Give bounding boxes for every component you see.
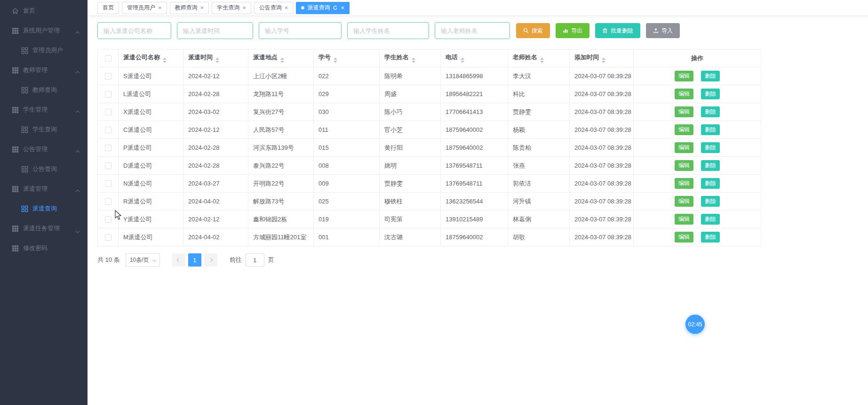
- column-header-dispatch-time[interactable]: 派遣时间: [183, 49, 248, 67]
- row-checkbox[interactable]: [105, 109, 111, 115]
- delete-button[interactable]: 删除: [701, 196, 720, 207]
- sidebar-item-student-mgmt[interactable]: 学生管理: [0, 100, 88, 120]
- select-all-checkbox[interactable]: [105, 55, 111, 62]
- grid-icon: [12, 27, 19, 34]
- delete-button[interactable]: 删除: [701, 106, 720, 117]
- edit-button[interactable]: 编辑: [675, 196, 693, 207]
- sidebar-item-dispatch-query[interactable]: 派遣查询: [0, 199, 88, 219]
- refresh-icon[interactable]: [333, 5, 338, 10]
- delete-button[interactable]: 删除: [701, 71, 720, 81]
- sidebar-item-home[interactable]: 首页: [0, 1, 88, 21]
- row-checkbox[interactable]: [105, 216, 111, 223]
- sidebar-item-label: 教师查询: [32, 86, 57, 94]
- row-checkbox[interactable]: [105, 162, 111, 169]
- search-button[interactable]: 搜索: [516, 23, 550, 38]
- delete-button[interactable]: 删除: [701, 89, 720, 99]
- sidebar-item-notice-query[interactable]: 公告查询: [0, 159, 88, 179]
- sort-icon[interactable]: [334, 57, 337, 63]
- edit-button[interactable]: 编辑: [675, 71, 693, 81]
- edit-button[interactable]: 编辑: [675, 232, 693, 243]
- column-header-company[interactable]: 派遣公司名称: [119, 49, 183, 67]
- delete-button[interactable]: 删除: [701, 214, 720, 225]
- edit-button[interactable]: 编辑: [675, 142, 693, 153]
- row-checkbox[interactable]: [105, 73, 111, 80]
- sidebar-item-notice-mgmt[interactable]: 公告管理: [0, 139, 88, 159]
- sidebar-item-dispatch-task-mgmt[interactable]: 派遣任务管理: [0, 219, 88, 238]
- sort-icon[interactable]: [461, 57, 464, 63]
- sort-icon[interactable]: [540, 57, 544, 63]
- submenu-icon: [21, 126, 28, 133]
- edit-button[interactable]: 编辑: [675, 124, 693, 135]
- teacher-name-filter-input[interactable]: [435, 22, 510, 39]
- tab-notice-query[interactable]: 公告查询 ×: [254, 2, 294, 14]
- export-button[interactable]: 导出: [556, 23, 589, 38]
- page-size-select[interactable]: 10条/页: [126, 253, 160, 267]
- tab-admin-users[interactable]: 管理员用户 ×: [122, 2, 167, 14]
- dispatch-time-filter-input[interactable]: [177, 22, 253, 39]
- student-no-filter-input[interactable]: [259, 22, 342, 39]
- sidebar-item-student-query[interactable]: 学生查询: [0, 120, 88, 139]
- tab-home[interactable]: 首页: [97, 2, 119, 14]
- column-header-address[interactable]: 派遣地点: [248, 49, 314, 67]
- tab-student-query[interactable]: 学生查询 ×: [212, 2, 251, 14]
- cell-student-name: 陈明希: [380, 67, 441, 85]
- prev-page-button[interactable]: [172, 253, 185, 267]
- company-filter-input[interactable]: [97, 22, 171, 39]
- timer-bubble[interactable]: 02:45: [685, 315, 705, 334]
- close-icon[interactable]: ×: [242, 5, 246, 11]
- sidebar-item-teacher-query[interactable]: 教师查询: [0, 80, 88, 100]
- home-icon: [12, 8, 19, 15]
- edit-button[interactable]: 编辑: [675, 106, 693, 117]
- sort-icon[interactable]: [215, 57, 219, 63]
- edit-button[interactable]: 编辑: [675, 89, 693, 99]
- delete-button[interactable]: 删除: [701, 124, 720, 135]
- close-icon[interactable]: ×: [158, 5, 162, 11]
- next-page-button[interactable]: [204, 253, 217, 267]
- row-checkbox[interactable]: [105, 91, 111, 97]
- cell-added-time: 2024-03-07 08:39:28: [570, 228, 634, 246]
- chevron-up-icon: [76, 108, 79, 115]
- edit-button[interactable]: 编辑: [675, 160, 693, 171]
- tab-label: 公告查询: [259, 4, 282, 12]
- row-checkbox[interactable]: [105, 127, 111, 133]
- sidebar-item-teacher-mgmt[interactable]: 教师管理: [0, 60, 88, 80]
- row-checkbox[interactable]: [105, 198, 111, 205]
- row-checkbox[interactable]: [105, 234, 111, 241]
- trash-icon: [602, 28, 608, 33]
- column-header-added-time[interactable]: 添加时间: [570, 49, 634, 67]
- delete-button[interactable]: 删除: [701, 178, 720, 189]
- column-header-teacher-name[interactable]: 老师姓名: [508, 49, 570, 67]
- sidebar-item-label: 学生管理: [23, 105, 48, 114]
- delete-button[interactable]: 删除: [701, 232, 720, 243]
- sidebar-item-dispatch-mgmt[interactable]: 派遣管理: [0, 179, 88, 199]
- column-header-student-no[interactable]: 学号: [314, 49, 380, 67]
- edit-button[interactable]: 编辑: [675, 214, 693, 225]
- page-number-button[interactable]: 1: [188, 253, 201, 267]
- cell-dispatch-time: 2024-03-02: [183, 103, 248, 121]
- sort-icon[interactable]: [602, 57, 605, 63]
- cell-student-name: 黄行阳: [380, 139, 441, 157]
- sort-icon[interactable]: [412, 57, 415, 63]
- sidebar-item-change-password[interactable]: 修改密码: [0, 238, 88, 258]
- import-button[interactable]: 导入: [646, 23, 680, 38]
- tab-teacher-query[interactable]: 教师查询 ×: [170, 2, 209, 14]
- edit-button[interactable]: 编辑: [675, 178, 693, 189]
- row-checkbox[interactable]: [105, 180, 111, 187]
- tab-dispatch-query[interactable]: 派遣查询 ×: [296, 2, 350, 14]
- sort-icon[interactable]: [163, 57, 167, 63]
- table-row: Y派遣公司 2024-02-12 鑫和锦园2栋 019 司宪策 13910215…: [98, 211, 761, 228]
- delete-button[interactable]: 删除: [701, 160, 720, 171]
- column-header-phone[interactable]: 电话: [441, 49, 508, 67]
- sidebar-item-admin-users[interactable]: 管理员用户: [0, 40, 88, 60]
- close-icon[interactable]: ×: [200, 5, 204, 11]
- batch-delete-button[interactable]: 批量删除: [595, 23, 640, 38]
- sidebar-item-system-user-mgmt[interactable]: 系统用户管理: [0, 21, 88, 40]
- close-icon[interactable]: ×: [285, 5, 288, 11]
- column-header-student-name[interactable]: 学生姓名: [380, 49, 441, 67]
- sort-icon[interactable]: [280, 57, 284, 63]
- student-name-filter-input[interactable]: [347, 22, 429, 39]
- goto-page-input[interactable]: [246, 253, 264, 267]
- row-checkbox[interactable]: [105, 145, 111, 151]
- delete-button[interactable]: 删除: [701, 142, 720, 153]
- close-icon[interactable]: ×: [341, 5, 344, 11]
